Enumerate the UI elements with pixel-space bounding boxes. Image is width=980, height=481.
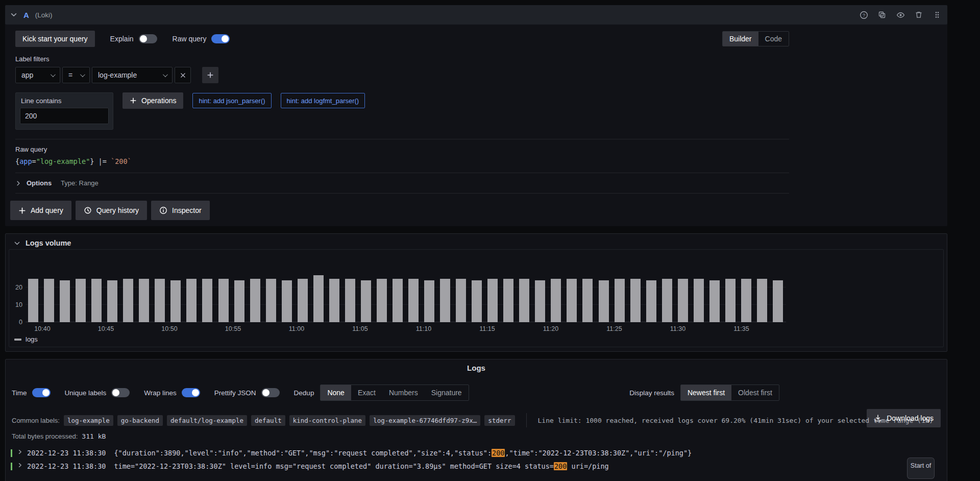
x-axis-tick-label: 11:30 (670, 325, 685, 332)
logs-volume-header[interactable]: Logs volume (6, 234, 947, 249)
volume-bar (218, 279, 229, 322)
query-row-header[interactable]: A (Loki) ? (5, 5, 947, 25)
expand-log-row-icon[interactable] (17, 449, 23, 455)
operation-title: Line contains (16, 93, 113, 107)
dedup-option-numbers[interactable]: Numbers (382, 385, 425, 400)
display-results-field: Display results Newest firstOldest first (629, 384, 779, 401)
expand-log-row-icon[interactable] (17, 462, 23, 468)
plus-icon (18, 207, 26, 214)
label-key-value: app (21, 71, 33, 79)
help-icon[interactable]: ? (859, 10, 869, 20)
raw-query-text: {app="log-example"} |= `200` (15, 157, 789, 165)
log-message: time="2022-12-23T03:38:30Z" level=info m… (114, 462, 608, 471)
total-bytes-row: Total bytes processed: 311 kB (6, 427, 947, 440)
hint-json-parser-button[interactable]: hint: add json_parser() (192, 93, 271, 108)
chart-y-axis: 01020 (12, 256, 22, 322)
legend-label[interactable]: logs (26, 335, 38, 343)
editor-mode-code[interactable]: Code (758, 32, 789, 46)
wrap-lines-field: Wrap lines (144, 388, 200, 397)
dedup-option-exact[interactable]: Exact (351, 385, 382, 400)
scroll-to-start-button[interactable]: Start of (907, 458, 935, 479)
label-operator-select[interactable]: = (62, 67, 90, 83)
volume-bar (282, 280, 292, 322)
chart-plot-area (26, 256, 786, 322)
add-operation-button[interactable]: Operations (122, 92, 183, 109)
log-row[interactable]: 2022-12-23 11:38:30{"duration":3890,"lev… (6, 446, 947, 460)
common-label-chip: default (251, 415, 285, 426)
query-toolbar: Kick start your query Explain Raw query … (5, 25, 947, 47)
query-history-button[interactable]: Query history (76, 201, 147, 220)
volume-bar (487, 279, 498, 322)
add-label-filter-button[interactable] (202, 67, 218, 83)
x-axis-tick-label: 10:45 (98, 325, 114, 332)
add-query-button[interactable]: Add query (10, 201, 71, 220)
label-filter-row: app = log-example (15, 67, 789, 83)
explore-content: A (Loki) ? (5, 5, 947, 481)
query-collapse-icon[interactable] (10, 11, 17, 18)
raw-query-switch[interactable] (211, 34, 230, 43)
volume-bar (709, 280, 720, 322)
options-row[interactable]: Options Type: Range (15, 173, 789, 193)
editor-mode-group: BuilderCode (722, 31, 789, 46)
volume-bar (551, 279, 561, 322)
log-rows: 2022-12-23 11:38:30{"duration":3890,"lev… (6, 446, 947, 473)
log-row[interactable]: 2022-12-23 11:38:30time="2022-12-23T03:3… (6, 460, 947, 473)
unique-labels-switch[interactable] (111, 388, 130, 397)
display-results-label: Display results (629, 389, 674, 397)
time-switch[interactable] (32, 388, 51, 397)
plus-icon (130, 97, 137, 104)
match-highlight: 200 (554, 462, 567, 470)
y-axis-tick-label: 20 (15, 284, 22, 291)
raw-query-token: `200` (111, 157, 132, 165)
match-highlight: 200 (492, 449, 505, 457)
raw-query-token: { (15, 157, 19, 165)
volume-bar (582, 279, 593, 322)
legend-swatch (14, 339, 21, 341)
hint-logfmt-parser-button[interactable]: hint: add logfmt_parser() (281, 93, 365, 108)
x-axis-tick-label: 10:40 (34, 325, 50, 332)
kick-start-query-button[interactable]: Kick start your query (15, 31, 95, 47)
x-axis-tick-label: 11:20 (543, 325, 558, 332)
x-axis-tick-label: 11:35 (733, 325, 749, 332)
order-option-oldest-first[interactable]: Oldest first (731, 385, 779, 400)
remove-label-filter-button[interactable] (175, 67, 191, 83)
download-logs-button[interactable]: Download logs (867, 409, 941, 427)
common-label-chip: log-example (64, 415, 113, 426)
copy-icon[interactable] (877, 10, 887, 20)
editor-mode-builder[interactable]: Builder (723, 32, 758, 46)
wrap-lines-switch[interactable] (182, 388, 200, 397)
volume-bar (456, 279, 466, 322)
chevron-right-icon[interactable] (15, 180, 21, 186)
label-operator-value: = (68, 71, 72, 79)
volume-bar (567, 279, 577, 322)
wrap-lines-label: Wrap lines (144, 389, 177, 397)
chevron-down-icon[interactable] (14, 240, 20, 247)
drag-handle-icon[interactable] (932, 10, 942, 20)
dedup-option-signature[interactable]: Signature (425, 385, 469, 400)
volume-bar (599, 280, 609, 322)
volume-bar (345, 279, 355, 322)
order-option-newest-first[interactable]: Newest first (681, 385, 731, 400)
chevron-down-icon (163, 72, 168, 77)
log-level-indicator (11, 449, 12, 457)
svg-text:?: ? (862, 12, 865, 17)
time-field: Time (12, 388, 51, 397)
label-key-select[interactable]: app (15, 67, 60, 83)
eye-icon[interactable] (895, 10, 905, 20)
operation-value-input[interactable] (20, 108, 109, 124)
label-value-select[interactable]: log-example (92, 67, 173, 83)
inspector-button[interactable]: Inspector (151, 201, 210, 220)
explain-switch[interactable] (139, 34, 157, 43)
prettify-json-switch[interactable] (261, 388, 280, 397)
unique-labels-label: Unique labels (65, 389, 107, 397)
query-actions-row: Add query Query history Inspector (5, 194, 947, 223)
dedup-group: NoneExactNumbersSignature (320, 384, 469, 401)
volume-bar (298, 279, 308, 322)
raw-query-field: Raw query (173, 34, 230, 43)
trash-icon[interactable] (914, 10, 924, 20)
volume-bar (202, 279, 212, 322)
common-label-chip: kind-control-plane (289, 415, 365, 426)
query-editor-section: A (Loki) ? (5, 5, 947, 226)
dedup-option-none[interactable]: None (321, 385, 351, 400)
x-axis-tick-label: 11:25 (606, 325, 622, 332)
